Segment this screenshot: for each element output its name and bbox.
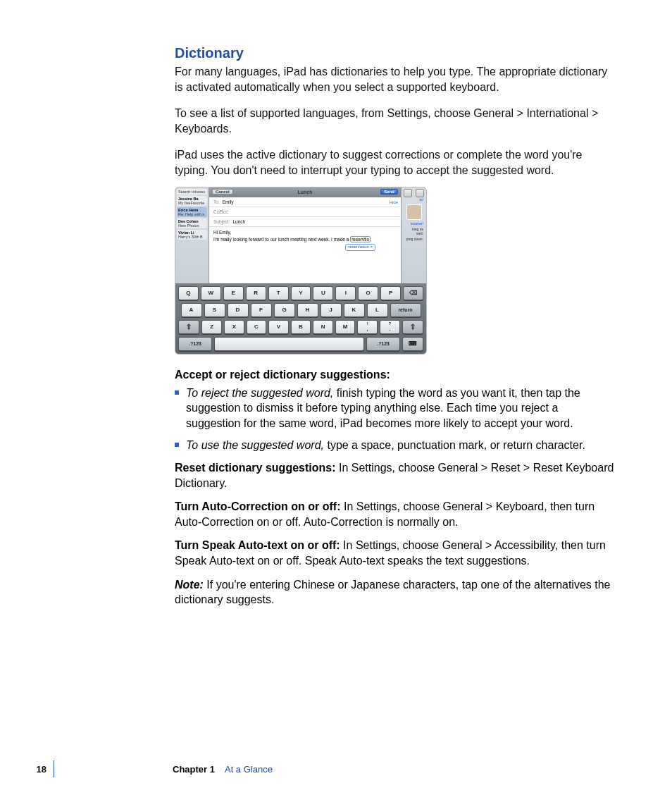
key-sym-right: .?123 xyxy=(366,337,400,351)
key-space xyxy=(214,337,364,351)
ss-avatar xyxy=(406,204,422,220)
ss-right-toolbar xyxy=(403,189,425,196)
ss-compose-window: Cancel Lunch Send Hide To:Emily Cc/Bcc: … xyxy=(209,187,401,283)
page-number: 18 xyxy=(0,764,54,775)
key-b: B xyxy=(291,320,311,334)
key-f: F xyxy=(251,303,272,317)
bullet-list: To reject the suggested word, finish typ… xyxy=(175,386,616,453)
ss-body: Hi Emily, I'm really looking forward to … xyxy=(209,227,401,254)
note: Note: If you're entering Chinese or Japa… xyxy=(175,577,616,608)
key-c: C xyxy=(247,320,267,334)
key-p: P xyxy=(380,286,401,300)
chapter-label: Chapter 1 xyxy=(173,764,215,775)
key-t: T xyxy=(268,286,289,300)
ipad-screenshot: Search Inboxes Jessica BaMy fiveFavorite… xyxy=(175,187,427,355)
intro-paragraph-3: iPad uses the active dictionary to sugge… xyxy=(175,147,616,178)
ss-hide-link: Hide xyxy=(390,200,398,204)
key-q: Q xyxy=(178,286,199,300)
chapter-title: At a Glance xyxy=(225,764,273,775)
bullet-reject: To reject the suggested word, finish typ… xyxy=(175,386,616,431)
task-speak-auto-text: Turn Speak Auto-text on or off: In Setti… xyxy=(175,538,616,568)
key-a: A xyxy=(181,303,202,317)
key-x: X xyxy=(224,320,244,334)
ss-suggestion-bubble: reservation × xyxy=(345,244,375,251)
key-shift-left: ⇧ xyxy=(178,320,199,334)
ss-cancel-button: Cancel xyxy=(212,189,233,195)
ss-typed-word: reservtio xyxy=(350,236,371,242)
key-e: E xyxy=(223,286,244,300)
key-sym-left: .?123 xyxy=(178,337,212,351)
key-o: O xyxy=(358,286,378,300)
key-g: G xyxy=(274,303,295,317)
key-shift-right: ⇧ xyxy=(402,320,423,334)
task-reset: Reset dictionary suggestions: In Setting… xyxy=(175,460,616,491)
page-footer: 18 Chapter 1 At a Glance xyxy=(0,760,672,777)
task-auto-correction: Turn Auto-Correction on or off: In Setti… xyxy=(175,499,616,529)
ss-side-row: Jessica BaMy fiveFavorite xyxy=(177,196,207,206)
key-backspace: ⌫ xyxy=(403,286,423,300)
key-d: D xyxy=(228,303,249,317)
key-m: M xyxy=(335,320,356,334)
bullet-use-rest: type a space, punctuation mark, or retur… xyxy=(324,439,585,451)
ss-subject-field: Subject:Lunch xyxy=(209,217,401,227)
ss-to-field: To:Emily xyxy=(209,197,401,207)
key-n: N xyxy=(313,320,333,334)
key-l: L xyxy=(367,303,388,317)
ss-side-row: Des CohenNew Photos xyxy=(177,218,207,228)
intro-paragraph-2: To see a list of supported languages, fr… xyxy=(175,106,616,136)
subhead-accept-reject: Accept or reject dictionary suggestions: xyxy=(175,369,616,381)
section-heading: Dictionary xyxy=(175,45,616,61)
ss-search: Search Inboxes xyxy=(177,189,207,195)
footer-divider xyxy=(54,760,54,777)
key-q-period: ?. xyxy=(380,320,400,334)
bullet-reject-lead: To reject the suggested word, xyxy=(186,387,333,399)
key-i: I xyxy=(335,286,356,300)
key-h: H xyxy=(297,303,318,317)
ss-side-row: Erica HeimRe: Help with s xyxy=(177,207,207,217)
ss-send-button: Send xyxy=(380,189,398,195)
bullet-use-lead: To use the suggested word, xyxy=(186,439,324,451)
key-hide-keyboard: ⌨ xyxy=(402,337,423,351)
key-r: R xyxy=(246,286,266,300)
ss-sidebar: Search Inboxes Jessica BaMy fiveFavorite… xyxy=(175,187,209,283)
key-z: Z xyxy=(201,320,222,334)
key-k: K xyxy=(344,303,365,317)
key-u: U xyxy=(313,286,333,300)
intro-paragraph-1: For many languages, iPad has dictionarie… xyxy=(175,64,616,94)
key-w: W xyxy=(201,286,221,300)
ss-compose-title: Lunch xyxy=(298,190,313,195)
ss-side-row: Vivian LiHarry's 30th B xyxy=(177,230,207,240)
bullet-use: To use the suggested word, type a space,… xyxy=(175,438,616,453)
key-y: Y xyxy=(291,286,311,300)
key-return: return xyxy=(390,303,421,317)
ss-cc-field: Cc/Bcc: xyxy=(209,207,401,217)
key-s: S xyxy=(204,303,225,317)
key-v: V xyxy=(268,320,289,334)
key-excl-comma: !, xyxy=(357,320,378,334)
key-j: J xyxy=(321,303,342,317)
ss-keyboard: Q W E R T Y U I O P ⌫ A S D F G H J K xyxy=(175,283,426,354)
ss-right-panel: ed smarter! king as well. ping down. xyxy=(401,187,426,283)
